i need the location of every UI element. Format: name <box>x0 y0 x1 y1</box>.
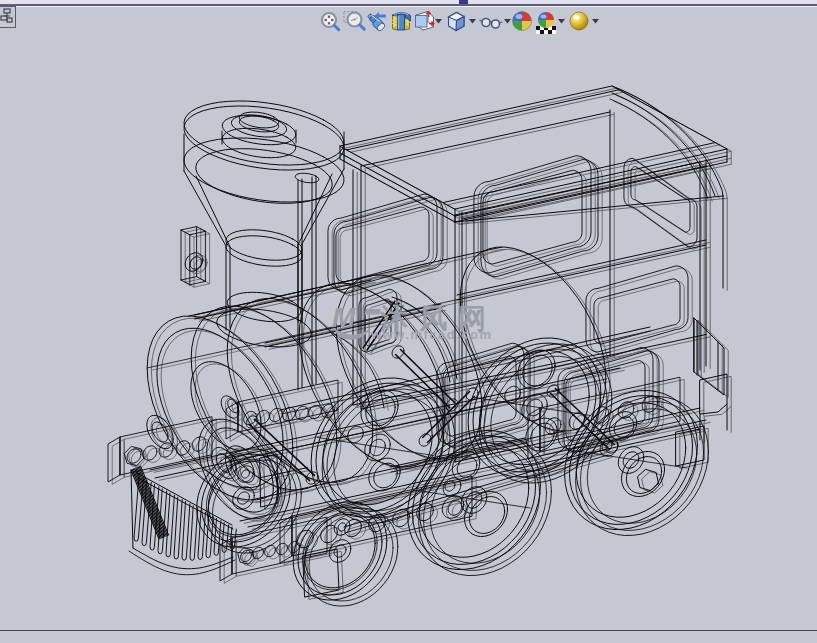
svg-text:M: M <box>332 302 356 333</box>
